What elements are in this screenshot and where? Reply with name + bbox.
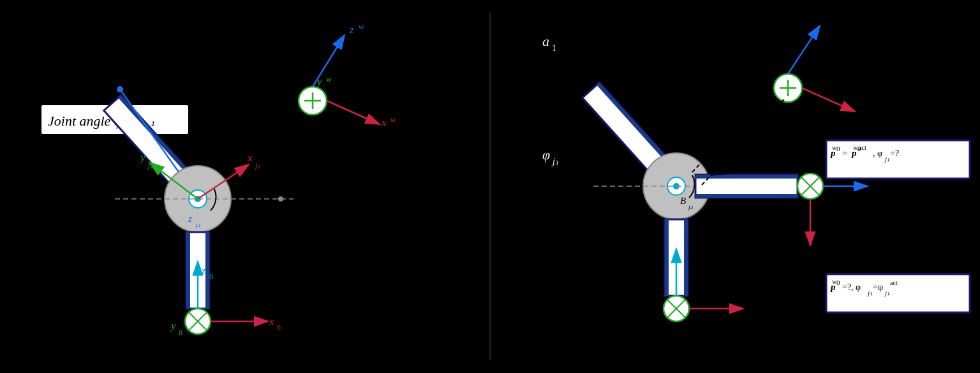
svg-text:w: w <box>326 74 332 84</box>
svg-rect-23 <box>205 232 209 309</box>
svg-text:w: w <box>832 144 837 151</box>
svg-text:w: w <box>832 278 837 285</box>
svg-text:=?: =? <box>890 149 899 158</box>
svg-text:, φ: , φ <box>873 149 882 158</box>
svg-text:j₁: j₁ <box>195 221 200 228</box>
svg-text:z: z <box>349 24 354 36</box>
svg-text:x: x <box>247 152 253 164</box>
svg-text:j₁: j₁ <box>551 157 559 166</box>
svg-text:y: y <box>139 151 145 163</box>
svg-text:j₁: j₁ <box>866 289 872 296</box>
svg-text:z: z <box>188 213 193 224</box>
svg-rect-74 <box>695 194 798 198</box>
svg-text:=?, φ: =?, φ <box>842 282 861 292</box>
svg-text:B: B <box>680 196 686 206</box>
svg-text:0: 0 <box>209 272 213 281</box>
svg-text:z: z <box>201 265 206 277</box>
svg-text:w,act: w,act <box>853 144 866 151</box>
svg-text:j₁: j₁ <box>884 289 889 296</box>
svg-line-83 <box>711 198 823 293</box>
svg-rect-95 <box>826 274 970 312</box>
svg-rect-22 <box>186 232 190 309</box>
svg-rect-66 <box>684 219 688 296</box>
diagram-container: Joint angle φ j ₁ y j₁ x <box>0 0 980 373</box>
svg-text:0: 0 <box>836 279 840 286</box>
svg-text:a: a <box>542 33 549 49</box>
svg-text:φ: φ <box>542 147 550 163</box>
svg-text:0: 0 <box>836 145 840 152</box>
svg-text:x: x <box>269 316 274 328</box>
svg-text:y: y <box>170 319 176 332</box>
svg-text:1: 1 <box>552 43 556 53</box>
svg-rect-65 <box>665 219 669 296</box>
svg-text:act: act <box>890 279 898 286</box>
svg-line-43 <box>327 101 380 124</box>
svg-text:0: 0 <box>277 323 281 332</box>
svg-line-57 <box>802 88 855 112</box>
svg-text:0: 0 <box>179 328 182 337</box>
svg-line-56 <box>788 26 820 74</box>
svg-text:=: = <box>842 148 847 158</box>
svg-text:=φ: =φ <box>873 282 883 292</box>
svg-rect-84 <box>826 140 970 179</box>
svg-text:j₁: j₁ <box>147 161 153 170</box>
svg-text:w: w <box>359 22 364 31</box>
svg-text:j₁: j₁ <box>687 203 693 210</box>
svg-text:w: w <box>390 115 396 124</box>
svg-point-12 <box>278 196 283 201</box>
svg-text:₁: ₁ <box>151 117 154 128</box>
svg-text:j₁: j₁ <box>254 161 260 170</box>
svg-text:x: x <box>381 117 387 129</box>
svg-line-80 <box>692 94 766 172</box>
svg-text:j₁: j₁ <box>884 155 889 163</box>
